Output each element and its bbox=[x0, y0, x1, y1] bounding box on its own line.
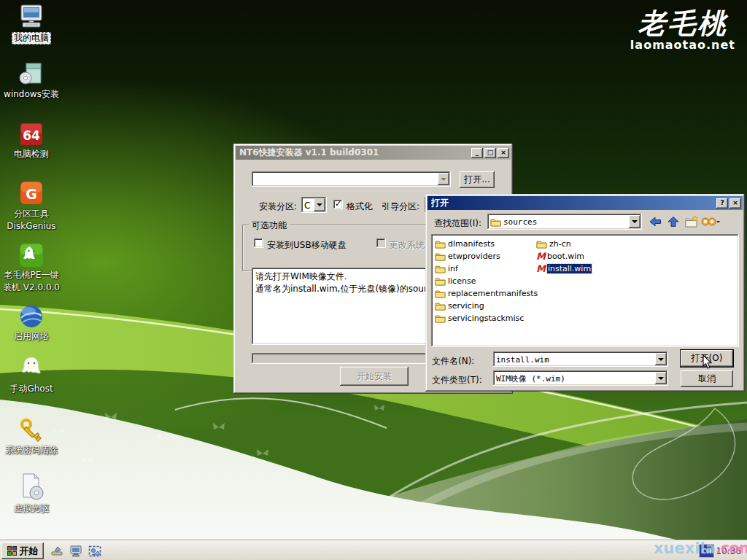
views-menu-icon[interactable] bbox=[700, 215, 721, 228]
desktop-icon-my-computer[interactable]: 我的电脑 bbox=[0, 3, 63, 44]
open-dialog-titlebar[interactable]: 打开 ? × bbox=[427, 196, 743, 210]
input-method-indicator[interactable]: CH bbox=[700, 545, 713, 557]
quicklaunch-show-desktop-icon[interactable] bbox=[50, 544, 64, 559]
open-button[interactable]: 打开(O) bbox=[681, 350, 733, 367]
dropdown-icon[interactable] bbox=[438, 173, 449, 185]
taskbar: 开始 CH 10:36 bbox=[0, 540, 747, 560]
up-folder-icon[interactable] bbox=[666, 215, 681, 228]
start-install-button: 开始安装 bbox=[340, 367, 409, 386]
dropdown-icon[interactable] bbox=[655, 372, 667, 384]
file-name-label: 文件名(N): bbox=[432, 355, 474, 368]
look-in-select[interactable]: sources bbox=[487, 214, 642, 230]
desktop-icon-pc-check[interactable]: 64 电脑检测 bbox=[0, 120, 63, 160]
usb-install-checkbox[interactable] bbox=[254, 238, 263, 248]
file-row[interactable]: replacementmanifests bbox=[435, 287, 538, 300]
folder-icon bbox=[435, 302, 446, 311]
open-dialog-title: 打开 bbox=[431, 197, 715, 209]
brand-site: laomaotao.net bbox=[630, 38, 735, 52]
close-icon[interactable]: × bbox=[729, 198, 741, 209]
desktop-icon-enable-network[interactable]: 启用网络 bbox=[0, 302, 63, 342]
close-icon[interactable]: × bbox=[498, 148, 509, 158]
desktop-icon-laomaotao-pe[interactable]: 老毛桃PE一键 装机 V2.0.0.0 bbox=[0, 241, 63, 293]
file-row-selected[interactable]: M install.wim bbox=[536, 262, 592, 275]
quicklaunch-display-icon[interactable] bbox=[69, 544, 83, 559]
sixty-four-badge-icon: 64 bbox=[18, 120, 44, 147]
clock[interactable]: 10:36 bbox=[716, 546, 741, 556]
desktop-icon-password-clear[interactable]: 系统密码清除 bbox=[0, 416, 63, 456]
maximize-icon[interactable]: □ bbox=[484, 148, 496, 158]
back-icon[interactable] bbox=[648, 215, 662, 228]
start-logo-icon bbox=[7, 546, 17, 556]
usb-install-label: 安装到USB移动硬盘 bbox=[267, 239, 347, 252]
file-row[interactable]: zh-cn bbox=[536, 238, 571, 250]
start-button-label: 开始 bbox=[20, 545, 39, 558]
file-row[interactable]: servicing bbox=[435, 300, 484, 312]
brand-logo: 老毛桃 laomaotao.net bbox=[630, 9, 735, 52]
file-row[interactable]: etwproviders bbox=[435, 250, 500, 262]
file-row[interactable]: servicingstackmisc bbox=[435, 312, 524, 324]
file-name: zh-cn bbox=[549, 239, 571, 249]
format-checkbox[interactable]: ✓ bbox=[333, 200, 343, 209]
desktop-icon-label: 老毛桃PE一键 bbox=[4, 270, 59, 281]
dropdown-icon[interactable] bbox=[655, 353, 667, 365]
minimize-icon[interactable]: _ bbox=[471, 148, 483, 158]
brand-name: 老毛桃 bbox=[630, 9, 735, 38]
installer-titlebar[interactable]: NT6快捷安装器 v1.1 build0301 _ □ × bbox=[236, 146, 511, 160]
file-name: boot.wim bbox=[547, 252, 584, 261]
desktop-icon-windows-install[interactable]: windows安装 bbox=[0, 60, 63, 100]
file-row[interactable]: license bbox=[435, 275, 476, 287]
desktop-icon-label: 手动Ghost bbox=[9, 384, 53, 394]
folder-icon bbox=[435, 240, 446, 249]
look-in-value: sources bbox=[503, 217, 537, 227]
file-name-value: install.wim bbox=[496, 354, 654, 365]
file-name: servicingstackmisc bbox=[448, 314, 524, 323]
folder-icon bbox=[435, 252, 446, 261]
cancel-button[interactable]: 取消 bbox=[681, 370, 733, 387]
open-button-label: 打开(O) bbox=[692, 352, 723, 365]
file-name: install.wim bbox=[547, 264, 592, 273]
wim-image-combobox[interactable] bbox=[252, 171, 451, 187]
file-name: license bbox=[448, 276, 476, 286]
start-button[interactable]: 开始 bbox=[1, 542, 44, 559]
desktop-icon-manual-ghost[interactable]: 手动Ghost bbox=[0, 354, 63, 394]
desktop-icon-label: 我的电脑 bbox=[12, 32, 51, 44]
g-letter: G bbox=[26, 186, 37, 202]
software-box-icon bbox=[17, 60, 46, 88]
key-icon bbox=[17, 416, 46, 443]
cancel-button-label: 取消 bbox=[698, 373, 716, 385]
desktop-icon-label: 电脑检测 bbox=[14, 149, 49, 160]
file-row[interactable]: M boot.wim bbox=[536, 250, 584, 262]
desktop-icon-diskgenius[interactable]: G 分区工具 DiskGenius bbox=[0, 179, 63, 232]
file-type-label: 文件类型(T): bbox=[432, 374, 482, 386]
installer-window-title: NT6快捷安装器 v1.1 build0301 bbox=[239, 147, 470, 159]
file-row[interactable]: inf bbox=[435, 262, 458, 275]
open-file-dialog: 打开 ? × 查找范围(I): sources dlmanifests etwp… bbox=[425, 194, 745, 392]
folder-icon bbox=[435, 265, 446, 273]
folder-icon bbox=[435, 314, 446, 323]
wim-file-icon: M bbox=[536, 252, 545, 261]
diskgenius-icon: G bbox=[18, 179, 45, 207]
new-folder-icon[interactable] bbox=[684, 214, 700, 228]
file-type-select[interactable]: WIM映像 (*.wim) bbox=[493, 370, 668, 386]
partition-select[interactable]: C bbox=[301, 197, 327, 213]
folder-icon bbox=[536, 240, 547, 249]
desktop-icon-label: 启用网络 bbox=[14, 331, 49, 342]
quicklaunch-capture-icon[interactable] bbox=[88, 544, 102, 559]
desktop-icon-label2: DiskGenius bbox=[7, 221, 55, 232]
browse-open-button[interactable]: 打开... bbox=[460, 171, 495, 188]
dropdown-icon[interactable] bbox=[629, 215, 640, 228]
file-list[interactable]: dlmanifests etwproviders inf license rep… bbox=[431, 234, 739, 347]
file-row[interactable]: dlmanifests bbox=[435, 238, 495, 250]
desktop-icon-label: 虚拟光驱 bbox=[14, 503, 49, 514]
folder-icon bbox=[435, 289, 446, 298]
computer-icon bbox=[16, 3, 47, 31]
help-icon[interactable]: ? bbox=[716, 198, 728, 209]
file-name-input[interactable]: install.wim bbox=[493, 351, 668, 367]
folder-icon bbox=[490, 218, 501, 227]
file-name: replacementmanifests bbox=[448, 289, 538, 298]
wim-file-icon: M bbox=[536, 264, 545, 273]
desktop-icon-virtual-cd[interactable]: 虚拟光驱 bbox=[0, 474, 63, 514]
sixty-four-text: 64 bbox=[23, 128, 40, 143]
dropdown-icon[interactable] bbox=[314, 198, 325, 211]
boot-partition-label: 引导分区: bbox=[382, 201, 419, 213]
